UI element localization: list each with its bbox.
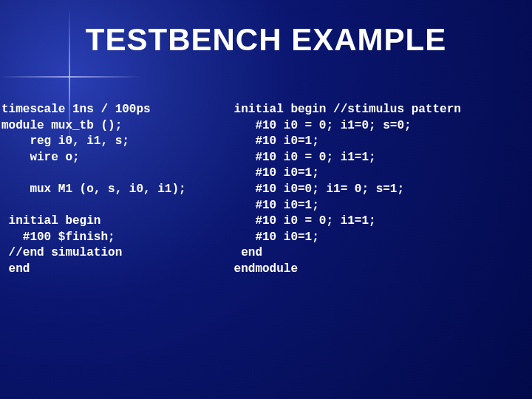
slide-title: TESTBENCH EXAMPLE	[0, 22, 532, 58]
lens-flare-decoration	[44, 52, 96, 103]
code-column-left: timescale 1ns / 100ps module mux_tb (); …	[0, 102, 227, 278]
code-area: timescale 1ns / 100ps module mux_tb (); …	[0, 102, 532, 278]
code-column-right: initial begin //stimulus pattern #10 i0 …	[227, 102, 532, 278]
